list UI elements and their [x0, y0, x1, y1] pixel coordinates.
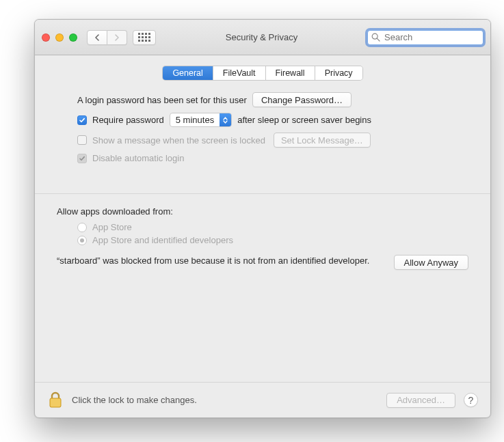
check-icon — [79, 117, 85, 124]
after-sleep-text: after sleep or screen saver begins — [237, 115, 371, 125]
login-password-text: A login password has been set for this u… — [77, 95, 247, 105]
blocked-app-message: “starboard” was blocked from use because… — [57, 255, 380, 267]
tab-filevault[interactable]: FileVault — [213, 66, 266, 80]
general-pane: A login password has been set for this u… — [35, 80, 490, 270]
lock-button[interactable] — [47, 391, 64, 410]
zoom-window-button[interactable] — [69, 33, 77, 42]
tab-privacy[interactable]: Privacy — [315, 66, 362, 80]
allow-anyway-button[interactable]: Allow Anyway — [394, 255, 468, 270]
help-button[interactable]: ? — [464, 393, 478, 407]
require-password-label: Require password — [92, 115, 164, 125]
lock-text: Click the lock to make changes. — [72, 395, 197, 405]
disable-automatic-login-checkbox — [77, 154, 87, 163]
tab-general[interactable]: General — [163, 66, 213, 80]
minimize-window-button[interactable] — [55, 33, 64, 42]
forward-button[interactable] — [107, 30, 127, 45]
chevron-right-icon — [114, 34, 120, 41]
window-controls — [42, 33, 77, 42]
search-field[interactable] — [367, 30, 483, 45]
require-password-checkbox[interactable] — [77, 115, 87, 125]
show-message-label: Show a message when the screen is locked — [92, 135, 265, 146]
close-window-button[interactable] — [42, 33, 50, 42]
tab-firewall[interactable]: Firewall — [266, 66, 315, 80]
change-password-button[interactable]: Change Password… — [252, 92, 352, 107]
divider — [35, 193, 490, 194]
set-lock-message-button: Set Lock Message… — [274, 133, 371, 148]
allow-app-store-label: App Store — [92, 222, 132, 232]
nav-group — [87, 30, 127, 45]
svg-rect-3 — [51, 398, 60, 406]
titlebar: Security & Privacy — [35, 20, 490, 55]
search-icon — [371, 33, 380, 42]
disable-automatic-login-label: Disable automatic login — [92, 153, 184, 163]
tab-segment: General FileVault Firewall Privacy — [163, 66, 362, 80]
allow-app-store-radio — [77, 223, 87, 232]
stepper-arrows-icon — [220, 113, 231, 126]
delay-value: 5 minutes — [170, 115, 220, 125]
tab-bar: General FileVault Firewall Privacy — [35, 66, 490, 80]
require-password-delay-select[interactable]: 5 minutes — [170, 113, 232, 127]
allow-identified-radio — [77, 236, 87, 245]
preferences-window: Security & Privacy General FileVault Fir… — [34, 19, 491, 418]
lock-icon — [47, 391, 64, 410]
show-message-checkbox — [77, 135, 87, 145]
allow-apps-heading: Allow apps downloaded from: — [57, 206, 173, 217]
svg-line-1 — [377, 38, 380, 41]
allow-identified-label: App Store and identified developers — [92, 235, 233, 245]
chevron-left-icon — [94, 34, 100, 41]
back-button[interactable] — [87, 30, 107, 45]
advanced-button: Advanced… — [386, 393, 455, 408]
window-title: Security & Privacy — [161, 32, 362, 42]
grid-icon — [138, 33, 150, 42]
check-icon — [79, 155, 85, 162]
footer: Click the lock to make changes. Advanced… — [35, 382, 490, 417]
show-all-button[interactable] — [133, 30, 156, 45]
search-input[interactable] — [367, 30, 483, 45]
